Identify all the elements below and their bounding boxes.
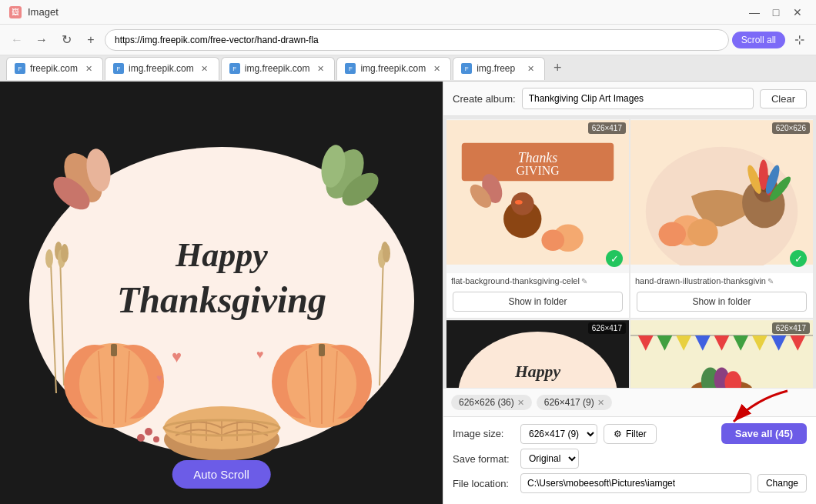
image-cell-2[interactable]: Happy Thanksgiving: [446, 319, 629, 388]
tab-0[interactable]: F freepik.com ✕: [6, 57, 103, 80]
clear-button[interactable]: Clear: [760, 89, 807, 108]
svg-point-64: [687, 219, 718, 247]
new-tab-button[interactable]: +: [80, 29, 102, 51]
maximize-button[interactable]: □: [767, 3, 785, 22]
tab-1[interactable]: F img.freepik.com ✕: [105, 57, 219, 80]
image-size-select[interactable]: 626×417 (9): [520, 424, 597, 444]
back-button[interactable]: ←: [6, 29, 28, 51]
svg-text:Thanksgiving: Thanksgiving: [116, 279, 326, 320]
filter-label: Filter: [626, 429, 647, 439]
image-info-1: hand-drawn-illustration-thanksgivin ✎: [630, 273, 813, 289]
scroll-all-button[interactable]: Scroll all: [732, 32, 785, 48]
save-all-button[interactable]: Save all (45): [721, 423, 807, 444]
auto-scroll-button[interactable]: Auto Scroll: [172, 460, 271, 489]
svg-text:Happy: Happy: [175, 236, 268, 274]
image-cell-1[interactable]: 620×626 ✓: [630, 119, 813, 273]
svg-point-10: [61, 244, 69, 262]
svg-point-12: [45, 249, 53, 268]
file-location-label: File location:: [453, 478, 514, 489]
album-bar: Create album: Clear: [443, 82, 816, 116]
check-circle-1: ✓: [790, 250, 807, 267]
file-location-input[interactable]: [520, 473, 751, 493]
tab-bar: F freepik.com ✕ F img.freepik.com ✕ F im…: [0, 55, 816, 82]
image-cell-0[interactable]: Thanks GIVING 626×417 ✓: [446, 119, 629, 273]
change-button[interactable]: Change: [757, 474, 807, 492]
forward-button[interactable]: →: [31, 29, 52, 51]
svg-point-47: [137, 434, 145, 442]
control-row-1: Image size: 626×417 (9) ⚙ Filter Save al…: [453, 423, 807, 444]
bookmark-button[interactable]: ⊹: [788, 29, 810, 51]
tab-close-4[interactable]: ✕: [524, 62, 537, 75]
size-tag-remove-0[interactable]: ✕: [517, 398, 524, 408]
image-name-1: hand-drawn-illustration-thanksgivin: [635, 276, 766, 285]
img-badge-3: 626×417: [772, 322, 810, 334]
check-circle-0: ✓: [606, 250, 623, 267]
size-tag-0: 626×626 (36) ✕: [451, 395, 532, 410]
save-format-select[interactable]: Original: [520, 449, 579, 469]
right-panel: Create album: Clear Thanks GIVING: [443, 82, 816, 504]
close-button[interactable]: ✕: [788, 3, 807, 22]
app-icon: 🖼: [9, 6, 22, 18]
tab-label-0: freepik.com: [30, 63, 78, 74]
tab-favicon-3: F: [345, 63, 356, 74]
album-label: Create album:: [453, 93, 516, 105]
tab-label-4: img.freep: [477, 63, 520, 74]
filter-icon: ⚙: [614, 429, 622, 439]
red-arrow-annotation: [711, 383, 803, 426]
svg-point-48: [153, 436, 159, 442]
tab-2[interactable]: F img.freepik.com ✕: [221, 57, 336, 80]
image-cell-3[interactable]: THANKSGIVING 626×417 ✓: [630, 319, 813, 388]
img-badge-2: 626×417: [588, 322, 626, 334]
svg-point-55: [515, 200, 523, 205]
image-card-2: Happy Thanksgiving: [446, 319, 629, 388]
tab-favicon-0: F: [15, 63, 25, 74]
image-card-1: 620×626 ✓ hand-drawn-illustration-thanks…: [630, 119, 813, 318]
filter-button[interactable]: ⚙ Filter: [604, 424, 657, 444]
show-folder-btn-0[interactable]: Show in folder: [453, 292, 623, 312]
svg-text:Thanksgiving: Thanksgiving: [495, 386, 581, 388]
tab-close-1[interactable]: ✕: [199, 62, 211, 75]
show-folder-btn-1[interactable]: Show in folder: [637, 292, 807, 312]
browser-content: Happy Thanksgiving ♥ ♥ ♥: [0, 82, 443, 504]
edit-icon-1[interactable]: ✎: [768, 277, 774, 285]
minimize-button[interactable]: —: [745, 3, 764, 22]
tab-4[interactable]: F img.freep ✕: [453, 57, 545, 80]
image-name-0: flat-background-thanksgiving-celel: [451, 276, 580, 285]
size-tag-remove-1[interactable]: ✕: [597, 398, 604, 408]
bottom-controls: Image size: 626×417 (9) ⚙ Filter Save al…: [443, 416, 816, 504]
tab-close-0[interactable]: ✕: [82, 62, 95, 75]
svg-point-16: [383, 244, 390, 262]
add-tab-button[interactable]: +: [547, 58, 568, 79]
svg-rect-24: [111, 344, 117, 356]
album-input[interactable]: [522, 88, 754, 109]
size-tag-label-0: 626×626 (36): [459, 397, 514, 408]
image-info-0: flat-background-thanksgiving-celel ✎: [446, 273, 629, 289]
tab-close-2[interactable]: ✕: [314, 62, 326, 75]
thanksgiving-image: Happy Thanksgiving ♥ ♥ ♥: [22, 116, 422, 470]
thumbnail-0: Thanks GIVING: [446, 119, 629, 265]
tab-3[interactable]: F img.freepik.com ✕: [336, 57, 451, 80]
tab-label-3: img.freepik.com: [360, 63, 426, 74]
tab-favicon-4: F: [461, 63, 472, 74]
svg-text:Happy: Happy: [514, 362, 560, 381]
app-title: Imaget: [28, 6, 59, 18]
control-row-2: Save format: Original: [453, 449, 807, 469]
size-tag-1: 626×417 (9) ✕: [537, 395, 612, 410]
thumbnail-1: [630, 119, 813, 265]
svg-point-46: [145, 428, 152, 436]
svg-rect-32: [319, 344, 325, 356]
nav-bar: ← → ↻ + Scroll all ⊹: [0, 25, 816, 55]
svg-point-63: [659, 222, 687, 247]
tab-close-3[interactable]: ✕: [430, 62, 443, 75]
refresh-button[interactable]: ↻: [55, 29, 77, 51]
svg-text:GIVING: GIVING: [516, 164, 559, 177]
title-bar: 🖼 Imaget — □ ✕: [0, 0, 816, 25]
img-badge-1: 620×626: [772, 122, 810, 134]
svg-point-54: [511, 192, 534, 215]
image-card-0: Thanks GIVING 626×417 ✓: [446, 119, 629, 318]
image-area: Happy Thanksgiving ♥ ♥ ♥: [0, 82, 443, 504]
url-bar[interactable]: [105, 29, 729, 51]
tab-favicon-1: F: [113, 63, 124, 74]
img-badge-0: 626×417: [588, 122, 626, 134]
edit-icon-0[interactable]: ✎: [581, 277, 587, 285]
